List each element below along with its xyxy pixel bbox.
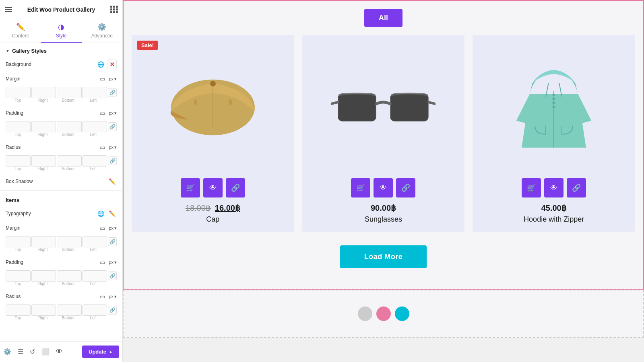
add-to-cart-btn-2[interactable]: 🛒 [351,178,370,197]
product-link-btn-2[interactable]: 🔗 [396,178,415,197]
background-global-icon[interactable]: 🌐 [96,60,105,69]
radius-items-labels: Top Right Bottom Left [0,316,122,323]
margin-device-icon[interactable]: ▭ [97,74,107,84]
svg-rect-12 [553,106,555,108]
settings-icon[interactable]: ⚙️ [3,348,11,356]
add-to-cart-btn-3[interactable]: 🛒 [522,178,541,197]
preview-icon[interactable]: 👁 [56,348,62,356]
padding-items-device-icon[interactable]: ▭ [97,257,107,267]
typography-controls: 🌐 ✏️ [96,209,117,218]
margin-bottom-input[interactable] [57,87,82,98]
items-title: Items [6,197,19,203]
padding-items-top-input[interactable] [6,270,31,282]
radius-top-input[interactable] [6,155,31,167]
padding-items-left-input[interactable] [83,270,107,282]
dot-1 [358,306,372,321]
margin-top-input[interactable] [6,87,31,98]
radius-bottom-input[interactable] [57,155,82,167]
tab-advanced-label: Advanced [91,33,113,39]
grid-icon[interactable] [110,6,118,13]
radius-items-link-icon[interactable]: 🔗 [108,306,117,315]
radius-items-top-input[interactable] [6,304,31,316]
margin-labels: Top Right Bottom Left [0,98,122,106]
tab-advanced[interactable]: ⚙️ Advanced [82,23,122,43]
load-more-button[interactable]: Load More [340,245,427,268]
padding-bottom-input[interactable] [57,121,82,132]
tab-content-label: Content [12,33,29,39]
background-label: Background [6,62,31,67]
layers-icon[interactable]: ☰ [18,348,23,356]
padding-gallery-row: Padding ▭ px ▾ [0,106,122,120]
radius-items-unit-select[interactable]: px ▾ [109,294,117,299]
padding-right-input[interactable] [31,121,56,132]
padding-items-right-input[interactable] [31,270,56,282]
padding-link-icon[interactable]: 🔗 [108,122,117,131]
padding-items-link-icon[interactable]: 🔗 [108,272,117,280]
radius-left-input[interactable] [83,155,107,167]
margin-right-input[interactable] [31,87,56,98]
padding-labels: Top Right Bottom Left [0,132,122,140]
tab-content[interactable]: ✏️ Content [0,23,41,43]
radius-items-bottom-input[interactable] [57,304,82,316]
items-section-header[interactable]: Items [0,192,122,206]
radius-labels: Top Right Bottom Left [0,167,122,174]
radius-items-inputs: 🔗 [0,304,122,316]
tab-style[interactable]: ◑ Style [41,23,81,43]
svg-rect-11 [553,102,555,104]
typography-edit-icon[interactable]: ✏️ [107,209,117,218]
margin-items-top-input[interactable] [6,236,31,247]
margin-items-right-input[interactable] [31,236,56,247]
box-shadow-edit-icon[interactable]: ✏️ [107,177,117,186]
quick-view-btn-2[interactable]: 👁 [374,178,393,197]
padding-left-input[interactable] [83,121,107,132]
filter-tab-all[interactable]: All [364,9,402,27]
quick-view-btn-3[interactable]: 👁 [544,178,564,197]
sunglasses-svg [331,71,436,144]
radius-right-input[interactable] [31,155,56,167]
dot-3 [395,306,409,321]
product-link-btn-3[interactable]: 🔗 [567,178,586,197]
filter-tabs: All [132,9,635,27]
margin-items-link-icon[interactable]: 🔗 [108,237,117,246]
responsive-icon[interactable]: ⬜ [41,348,50,356]
margin-link-icon[interactable]: 🔗 [108,88,117,97]
radius-device-icon[interactable]: ▭ [97,142,107,152]
svg-rect-9 [553,94,555,96]
padding-device-icon[interactable]: ▭ [97,108,107,118]
quick-view-btn-1[interactable]: 👁 [203,178,223,197]
margin-items-bottom-input[interactable] [57,236,82,247]
product-actions-1: 🛒 👁 🔗 [181,178,245,197]
product-link-btn-1[interactable]: 🔗 [226,178,245,197]
padding-items-bottom-input[interactable] [57,270,82,282]
padding-unit-select[interactable]: px ▾ [109,111,117,116]
divider-1 [0,190,122,191]
padding-items-unit-select[interactable]: px ▾ [109,260,117,265]
margin-unit-select[interactable]: px ▾ [109,76,117,82]
gallery-styles-section-header[interactable]: ▼ Gallery Styles [0,43,122,57]
margin-items-inputs: 🔗 [0,235,122,247]
hamburger-icon[interactable] [5,7,12,12]
main-area: All Sale! [123,0,644,362]
background-controls: 🌐 ✕ [96,60,117,69]
update-button[interactable]: Update ▲ [82,346,119,358]
typography-global-icon[interactable]: 🌐 [96,209,105,218]
margin-items-device-icon[interactable]: ▭ [97,223,107,233]
radius-items-left-input[interactable] [83,304,107,316]
margin-items-left-input[interactable] [83,236,107,247]
margin-items-unit-select[interactable]: px ▾ [109,226,117,231]
margin-left-input[interactable] [83,87,107,98]
radius-link-icon[interactable]: 🔗 [108,156,117,165]
margin-gallery-label: Margin [6,76,21,82]
product-card-2: 🛒 👁 🔗 90.00฿ Sunglasses [302,35,465,232]
svg-rect-5 [339,94,376,121]
radius-unit-select[interactable]: px ▾ [109,145,117,150]
radius-items-device-icon[interactable]: ▭ [97,292,107,301]
padding-top-input[interactable] [6,121,31,132]
sale-badge-1: Sale! [137,41,158,50]
history-icon[interactable]: ↺ [30,348,35,356]
background-row: Background 🌐 ✕ [0,57,122,72]
radius-items-right-input[interactable] [31,304,56,316]
add-to-cart-btn-1[interactable]: 🛒 [181,178,200,197]
background-clear-icon[interactable]: ✕ [107,60,117,69]
canvas-wrapper: All Sale! [123,0,644,338]
